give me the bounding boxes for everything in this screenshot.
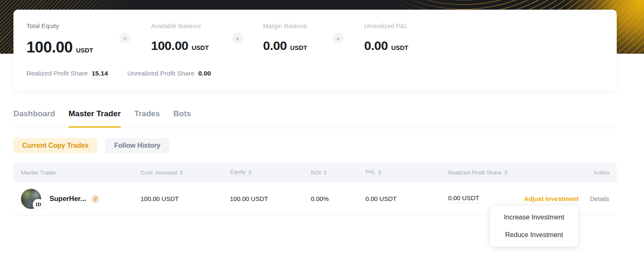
profit-share-label: Realized Profit Share [26,70,88,77]
sprout-badge-icon [91,194,100,204]
sort-icon[interactable] [248,170,252,175]
sort-icon[interactable] [323,170,327,175]
stat-value: 0.00 [263,39,287,53]
column-label: Cum. Invested [141,170,177,176]
trader-cell: ID SuperHer... [21,189,141,209]
stat-label: Unrealized P&L [364,22,408,29]
tab-master-trader[interactable]: Master Trader [68,108,121,128]
tab-trades[interactable]: Trades [134,108,160,128]
sort-icon[interactable] [504,170,508,175]
stat-unit: USDT [76,47,93,54]
action-cell: Adjust Investment Details [549,195,609,202]
column-label: Action [593,170,609,176]
main-tabs: Dashboard Master Trader Trades Bots [13,108,617,128]
filter-pills: Current Copy Trades Follow History [13,138,169,153]
col-action: Action [549,170,609,176]
stat-margin-balance: Margin Balance 0.00 USDT [263,22,307,53]
column-label: ROI [311,170,321,176]
profit-share-label: Unrealized Profit Share [127,70,194,77]
unrealized-profit-share: Unrealized Profit Share 0.00 [127,70,211,79]
profit-share-row: Realized Profit Share 15.14 Unrealized P… [26,70,211,79]
col-realized-profit-share[interactable]: Realized Profit Share [448,170,549,176]
stat-label: Available Balance [151,22,209,29]
pill-current-copy-trades[interactable]: Current Copy Trades [13,138,97,153]
cell-cum-invested: 100.00 USDT [141,195,230,202]
col-master-trader: Master Trader [21,170,141,176]
cell-roi: 0.00% [311,195,365,202]
tab-bots[interactable]: Bots [173,108,191,128]
column-label: PnL [365,169,375,176]
equals-icon: = [120,33,130,44]
column-label: Realized Profit Share [448,170,502,176]
profit-share-value: 15.14 [91,70,108,79]
col-equity[interactable]: Equity [230,169,311,176]
stat-unrealized-pnl: Unrealized P&L 0.00 USDT [364,22,408,53]
trader-name[interactable]: SuperHer... [50,195,86,203]
trader-avatar[interactable]: ID [21,189,41,209]
tab-dashboard[interactable]: Dashboard [13,108,55,128]
stat-available-balance: Available Balance 100.00 USDT [151,22,209,53]
details-button[interactable]: Details [590,195,609,202]
sort-icon[interactable] [180,170,183,175]
pill-follow-history[interactable]: Follow History [105,138,169,153]
stat-label: Margin Balance [263,22,307,29]
menu-item-reduce-investment[interactable]: Reduce Investment [490,226,578,244]
plus-icon: + [333,33,344,44]
stat-value: 0.00 [364,39,388,53]
stat-unit: USDT [290,44,307,51]
stat-unit: USDT [192,44,209,51]
column-label: Master Trader [21,170,56,176]
profit-share-cell-value: 0.00 USDT [448,194,479,203]
stat-value: 100.00 [151,39,188,53]
profit-share-value: 0.00 [198,70,211,79]
stat-unit: USDT [391,44,408,51]
col-roi[interactable]: ROI [311,170,365,176]
realized-profit-share: Realized Profit Share 15.14 [26,70,108,79]
table-header: Master Trader Cum. Invested Equity ROI P… [13,163,617,182]
cell-pnl: 0.00 USDT [365,195,448,202]
stat-value: 100.00 [26,39,73,56]
stat-total-equity: Total Equity 100.00 USDT [26,22,93,56]
adjust-investment-menu: Increase Investment Reduce Investment [490,206,578,247]
id-badge: ID [33,199,44,210]
column-label: Equity [230,169,246,176]
col-cum-invested[interactable]: Cum. Invested [141,170,230,176]
col-pnl[interactable]: PnL [365,169,448,176]
plus-icon: + [232,33,243,44]
account-summary-card: Total Equity 100.00 USDT = Available Bal… [13,10,617,91]
cell-equity: 100.00 USDT [230,195,311,202]
sort-icon[interactable] [378,170,381,175]
stat-label: Total Equity [26,22,93,29]
menu-item-increase-investment[interactable]: Increase Investment [490,209,578,226]
adjust-investment-button[interactable]: Adjust Investment [524,195,579,202]
